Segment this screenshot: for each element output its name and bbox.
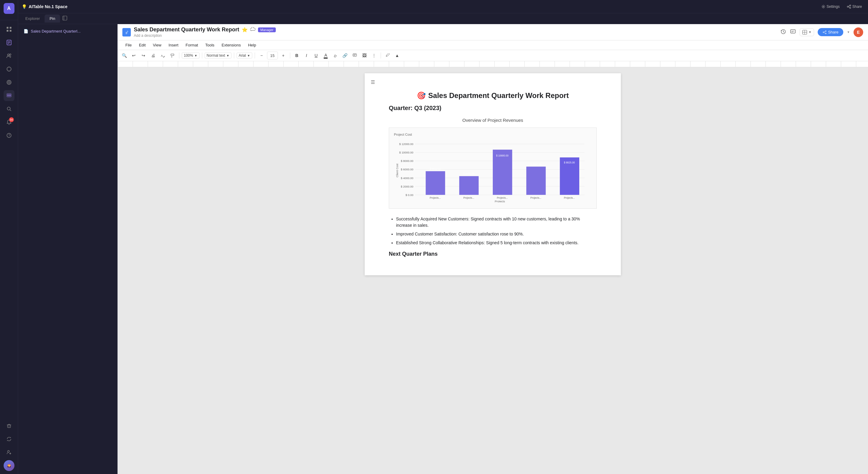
svg-text:$ 4460.00: $ 4460.00 — [463, 173, 474, 175]
sidebar-icon-trash[interactable] — [4, 420, 14, 431]
sidebar-icon-users[interactable] — [4, 50, 14, 61]
user-avatar[interactable]: 🌄 — [4, 460, 14, 471]
chart-container: Project Cost $ 12000.00 $ 10000.00 $ 800… — [389, 127, 597, 209]
share-chevron[interactable]: ▼ — [847, 30, 850, 34]
menu-view[interactable]: View — [150, 41, 164, 49]
search-button[interactable]: 🔍 — [120, 51, 128, 60]
sidebar-icon-help[interactable]: ? — [4, 130, 14, 141]
menu-file[interactable]: File — [122, 41, 135, 49]
user-avatar-circle[interactable]: E — [854, 27, 863, 37]
svg-line-34 — [848, 6, 849, 6]
font-size-increase[interactable]: + — [279, 51, 287, 60]
cloud-icon — [250, 27, 255, 33]
chevron-down-icon: ▼ — [808, 30, 811, 34]
sidebar-icon-search[interactable] — [4, 103, 14, 114]
svg-point-50 — [826, 33, 827, 34]
menu-help[interactable]: Help — [245, 41, 259, 49]
view-selector[interactable]: ▼ — [800, 28, 814, 36]
svg-rect-81 — [526, 167, 546, 195]
history-icon[interactable] — [780, 29, 786, 36]
doc-star-icon[interactable]: ⭐ — [242, 27, 248, 33]
svg-text:Projects: Projects — [495, 200, 505, 202]
file-list: 📄 Sales Department Quarterl... — [18, 24, 117, 38]
doc-list-item[interactable]: 📄 Sales Department Quarterl... — [21, 27, 115, 36]
left-panel: 📄 Sales Department Quarterl... — [18, 24, 118, 474]
doc-content-wrapper[interactable]: ☰ 🎯 Sales Department Quarterly Work Repo… — [118, 67, 868, 474]
sidebar-icon-grid[interactable] — [4, 24, 14, 35]
toc-icon[interactable]: ☰ — [371, 79, 375, 85]
svg-point-16 — [8, 95, 9, 96]
font-size-input[interactable]: 15 — [267, 52, 278, 59]
menu-extensions[interactable]: Extensions — [218, 41, 244, 49]
print-button[interactable]: 🖨 — [149, 51, 157, 60]
sidebar-bottom: 🌄 — [4, 420, 14, 471]
text-style-select[interactable]: Normal text ▼ — [205, 53, 231, 59]
share-button[interactable]: Share — [818, 28, 843, 36]
tab-pin[interactable]: Pin — [44, 14, 60, 23]
font-select[interactable]: Arial ▼ — [237, 53, 252, 59]
underline-button[interactable]: U — [312, 51, 320, 60]
sidebar-icon-refresh[interactable] — [4, 434, 14, 444]
sidebar-icon-add-user[interactable] — [4, 447, 14, 458]
svg-text:Projects...: Projects... — [564, 197, 575, 199]
menu-edit[interactable]: Edit — [136, 41, 149, 49]
share-top-button[interactable]: Share — [844, 3, 864, 10]
comment-button[interactable] — [350, 51, 359, 60]
text-color-button[interactable]: A — [321, 51, 330, 60]
svg-point-31 — [849, 5, 851, 6]
svg-text:$ 2000.00: $ 2000.00 — [401, 185, 413, 188]
ruler — [118, 61, 868, 67]
comment-icon[interactable] — [790, 29, 796, 36]
redo-button[interactable]: ↪ — [139, 51, 148, 60]
app-avatar[interactable]: A — [4, 3, 14, 14]
edit-mode-button[interactable] — [383, 51, 392, 60]
svg-point-15 — [7, 95, 8, 96]
collapse-button[interactable]: ▲ — [393, 51, 401, 60]
sidebar-icon-explore[interactable] — [4, 64, 14, 75]
font-size-decrease[interactable]: − — [257, 51, 266, 60]
svg-point-13 — [8, 82, 9, 83]
chevron-down-icon: ▼ — [194, 54, 197, 57]
bullet-list: Successfully Acquired New Customers: Sig… — [389, 216, 597, 246]
sidebar-icon-target[interactable] — [4, 77, 14, 88]
zoom-select[interactable]: 100% ▼ — [182, 53, 199, 59]
svg-text:$ 10680.00: $ 10680.00 — [496, 154, 508, 157]
nav-tabs: Explorer Pin — [18, 13, 868, 24]
menu-tools[interactable]: Tools — [202, 41, 217, 49]
highlight-button[interactable] — [331, 51, 340, 60]
link-button[interactable]: 🔗 — [341, 51, 349, 60]
bold-button[interactable]: B — [293, 51, 301, 60]
svg-text:$ 6000.00: $ 6000.00 — [401, 168, 413, 171]
sidebar-icon-bell[interactable]: 34 — [4, 117, 14, 127]
next-quarter-heading: Next Quarter Plans — [389, 251, 597, 257]
svg-rect-54 — [353, 54, 356, 56]
settings-button[interactable]: Settings — [819, 3, 842, 10]
svg-text:$ 6650.00: $ 6650.00 — [530, 163, 541, 166]
undo-button[interactable]: ↩ — [130, 51, 138, 60]
svg-rect-2 — [7, 30, 8, 32]
app-title: 💡 AITable No.1 Space — [22, 4, 67, 9]
content-area: 📄 Sales Department Quarterl... — [18, 24, 868, 474]
svg-rect-42 — [790, 30, 795, 33]
svg-text:A: A — [161, 54, 163, 57]
italic-button[interactable]: I — [302, 51, 311, 60]
doc-list-icon: 📄 — [24, 29, 28, 33]
sidebar-icon-chat[interactable] — [4, 90, 14, 101]
more-button[interactable]: ⋮ — [370, 51, 378, 60]
sidebar-toggle-icon[interactable] — [62, 16, 67, 22]
sidebar-icon-doc[interactable] — [4, 37, 14, 48]
image-button[interactable]: 🖼 — [360, 51, 369, 60]
svg-text:$ 0.00: $ 0.00 — [405, 194, 413, 197]
menu-format[interactable]: Format — [183, 41, 201, 49]
separator-3 — [234, 53, 234, 59]
top-bar: 💡 AITable No.1 Space Settings Sha — [18, 0, 868, 13]
svg-text:$ 8825.00: $ 8825.00 — [564, 161, 575, 164]
tab-explorer[interactable]: Explorer — [21, 14, 44, 23]
svg-line-35 — [848, 7, 849, 7]
spellcheck-button[interactable]: A — [158, 51, 167, 60]
paint-format-button[interactable] — [168, 51, 177, 60]
manager-badge: Manager — [258, 27, 276, 32]
menu-insert[interactable]: Insert — [165, 41, 181, 49]
svg-text:$ 5560.00: $ 5560.00 — [430, 168, 441, 170]
add-description[interactable]: Add a description — [134, 33, 276, 38]
